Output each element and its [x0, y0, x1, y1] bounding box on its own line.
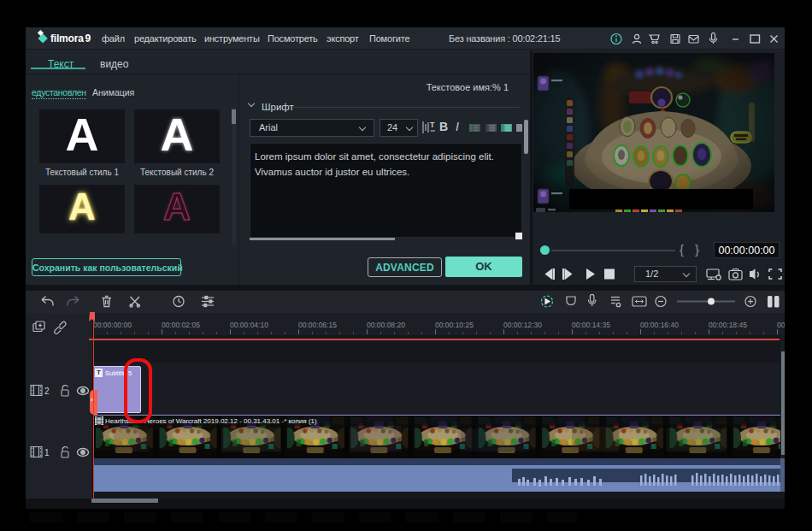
svg-text:1: 1	[44, 448, 50, 457]
svg-text:2: 2	[44, 386, 50, 396]
svg-text:T: T	[430, 121, 435, 129]
